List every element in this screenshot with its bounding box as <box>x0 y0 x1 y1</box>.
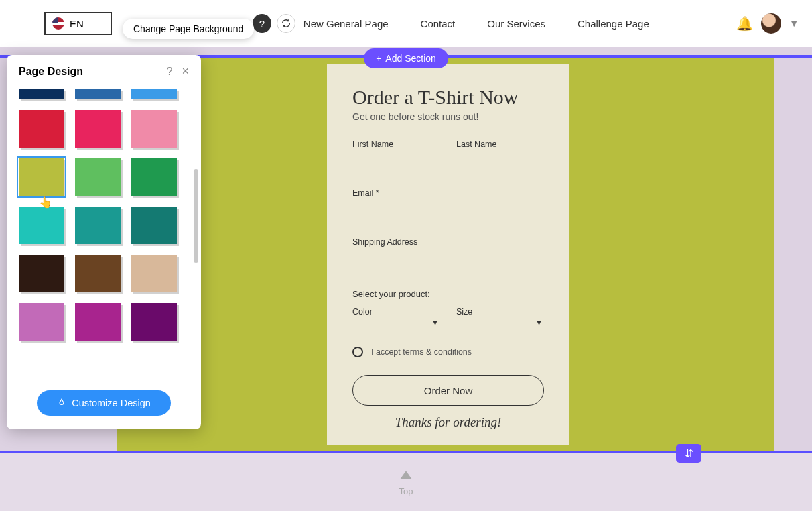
color-swatch[interactable] <box>131 89 177 99</box>
color-swatch[interactable] <box>19 158 64 196</box>
scrollbar[interactable] <box>194 169 198 263</box>
color-select[interactable]: Color ▾ <box>352 307 440 329</box>
bell-icon[interactable]: 🔔 <box>736 15 753 32</box>
terms-checkbox[interactable]: I accept terms & conditions <box>352 347 544 357</box>
background-tooltip: Change Page Background <box>123 19 254 39</box>
product-label: Select your product: <box>352 289 544 299</box>
color-swatch[interactable] <box>131 255 177 292</box>
refresh-button[interactable] <box>277 14 295 33</box>
help-button[interactable]: ? <box>253 14 271 33</box>
resize-handle[interactable]: ⇵ <box>676 444 701 463</box>
plus-icon: + <box>376 53 381 64</box>
chevron-down-icon: ▾ <box>433 317 437 327</box>
customize-design-button[interactable]: Customize Design <box>37 390 171 416</box>
color-swatch[interactable] <box>131 158 177 196</box>
add-section-button[interactable]: + Add Section <box>364 48 448 68</box>
cycle-icon <box>281 18 291 29</box>
last-name-field[interactable]: Last Name <box>456 139 544 172</box>
chevron-down-icon: ▾ <box>537 317 541 327</box>
order-button[interactable]: Order Now <box>352 375 544 406</box>
resize-icon: ⇵ <box>685 447 693 460</box>
panel-title: Page Design <box>19 66 83 78</box>
chevron-down-icon[interactable]: ▼ <box>789 18 799 29</box>
page-design-panel: Page Design ? × 👆 Customize Design <box>7 55 201 429</box>
nav-item[interactable]: New General Page <box>303 18 389 30</box>
email-field[interactable]: Email * <box>352 188 544 221</box>
color-swatch[interactable] <box>75 303 121 341</box>
color-swatch[interactable] <box>19 255 64 292</box>
question-icon: ? <box>259 18 265 30</box>
nav-item[interactable]: Challenge Page <box>578 18 649 30</box>
color-swatch[interactable] <box>131 110 177 148</box>
form-subtitle: Get one before stock runs out! <box>352 111 544 122</box>
language-code: EN <box>70 18 84 30</box>
color-swatch[interactable] <box>19 89 64 99</box>
top-header: EN ? New General Page Contact Our Servic… <box>0 0 812 47</box>
address-field[interactable]: Shipping Address <box>352 237 544 270</box>
color-swatch[interactable] <box>75 255 121 292</box>
panel-help-icon[interactable]: ? <box>167 66 173 78</box>
checkbox-icon <box>352 347 363 357</box>
thanks-message: Thanks for ordering! <box>352 415 544 430</box>
nav-item[interactable]: Contact <box>421 18 456 30</box>
page-nav: New General Page Contact Our Services Ch… <box>303 18 649 30</box>
top-label: Top <box>399 486 413 496</box>
color-swatch[interactable] <box>19 110 64 148</box>
close-icon[interactable]: × <box>182 64 189 78</box>
paint-icon <box>57 398 66 408</box>
chevron-up-icon[interactable]: ▲ <box>396 466 416 484</box>
color-swatch[interactable] <box>75 207 121 244</box>
nav-item[interactable]: Our Services <box>487 18 545 30</box>
language-selector[interactable]: EN <box>44 12 112 35</box>
form-title: Order a T-Shirt Now <box>352 86 544 109</box>
color-swatch[interactable] <box>75 110 121 148</box>
flag-icon <box>52 17 64 30</box>
color-swatch[interactable] <box>75 158 121 196</box>
color-swatch[interactable] <box>75 89 121 99</box>
first-name-field[interactable]: First Name <box>352 139 440 172</box>
size-select[interactable]: Size ▾ <box>456 307 544 329</box>
color-swatch[interactable] <box>131 207 177 244</box>
color-swatch-grid <box>19 89 189 346</box>
avatar[interactable] <box>761 13 781 34</box>
color-swatch[interactable] <box>19 207 64 244</box>
color-swatch[interactable] <box>19 303 64 341</box>
order-form: Order a T-Shirt Now Get one before stock… <box>327 64 569 445</box>
header-right: 🔔 ▼ <box>736 13 799 34</box>
color-swatch[interactable] <box>131 303 177 341</box>
